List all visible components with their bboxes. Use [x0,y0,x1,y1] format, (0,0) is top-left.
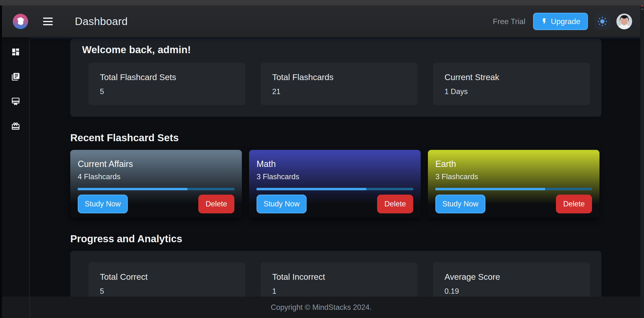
set-actions: Study Now Delete [435,195,592,213]
flashcard-set-card: Current Affairs 4 Flashcards Study Now D… [70,150,242,218]
sidebar-item-rewards[interactable] [9,120,22,132]
library-books-icon [11,72,20,81]
sidebar-item-dashboard[interactable] [9,46,22,58]
main-content: Welcome back, admin! Total Flashcard Set… [30,37,640,297]
stat-label: Total Flashcard Sets [100,72,234,82]
gift-icon [11,122,20,131]
stat-value: 5 [100,287,234,296]
sidebar [2,37,30,297]
set-progress-fill [78,188,188,190]
set-progress-fill [256,188,366,190]
stat-value: 1 Days [444,87,578,96]
menu-toggle-button[interactable] [43,17,53,25]
stat-value: 1 [272,287,406,296]
set-count: 3 Flashcards [256,172,413,181]
recent-sets-row: Current Affairs 4 Flashcards Study Now D… [70,150,640,218]
stat-value: 0.19 [444,287,578,296]
set-count: 3 Flashcards [435,172,592,181]
study-now-button[interactable]: Study Now [78,195,128,213]
stat-label: Current Streak [444,72,578,82]
sun-icon [597,16,608,26]
dashboard-grid-icon [11,47,20,56]
user-photo [616,13,632,29]
app-header: Dashboard Free Trial Upgrade [2,5,640,37]
footer: Copyright © MindStacks 2024. [2,297,640,318]
theme-toggle-button[interactable] [594,13,610,29]
upgrade-button[interactable]: Upgrade [533,13,588,30]
stat-card-total-incorrect: Total Incorrect 1 [261,263,418,297]
analytics-panel: Total Correct 5 Total Incorrect 1 Averag… [70,251,602,297]
delete-set-button[interactable]: Delete [556,195,592,213]
set-actions: Study Now Delete [256,195,413,213]
user-avatar[interactable] [616,13,632,29]
delete-set-button[interactable]: Delete [198,195,234,213]
card-membership-icon [11,97,20,106]
stat-label: Average Score [444,272,578,282]
app-logo[interactable] [13,14,28,29]
recent-sets-heading: Recent Flashcard Sets [70,132,640,144]
set-actions: Study Now Delete [78,195,234,213]
sidebar-divider [30,297,30,318]
set-title: Earth [435,159,592,169]
set-progress-bar [78,188,234,190]
flashcard-set-card: Math 3 Flashcards Study Now Delete [249,150,421,218]
analytics-heading: Progress and Analytics [70,233,640,245]
window-left-edge [0,5,2,318]
stat-label: Total Correct [100,272,234,282]
lightning-bolt-icon [541,18,548,25]
set-progress-fill [435,188,545,190]
study-now-button[interactable]: Study Now [435,195,486,213]
app-window: Dashboard Free Trial Upgrade [0,0,644,318]
set-count: 4 Flashcards [78,172,234,181]
stat-value: 5 [100,87,234,96]
copyright-text: Copyright © MindStacks 2024. [271,303,372,312]
mindstacks-cards-logo [13,14,28,29]
stat-card-total-sets: Total Flashcard Sets 5 [88,63,245,105]
welcome-panel: Welcome back, admin! Total Flashcard Set… [70,39,602,117]
page-title: Dashboard [75,15,128,27]
set-title: Current Affairs [78,159,234,169]
delete-set-button[interactable]: Delete [377,195,413,213]
stat-card-total-correct: Total Correct 5 [88,263,245,297]
scrollbar-track[interactable] [640,5,644,318]
scrollbar-mark [641,9,643,10]
sidebar-item-study[interactable] [9,96,22,107]
stat-card-total-flashcards: Total Flashcards 21 [261,63,418,105]
stat-label: Total Flashcards [272,72,406,82]
set-title: Math [256,159,413,169]
flashcard-set-card: Earth 3 Flashcards Study Now Delete [428,150,600,218]
upgrade-label: Upgrade [551,17,580,26]
plan-badge: Free Trial [493,17,525,26]
study-now-button[interactable]: Study Now [256,195,306,213]
welcome-stats-row: Total Flashcard Sets 5 Total Flashcards … [88,63,602,105]
welcome-heading: Welcome back, admin! [82,44,602,55]
set-progress-bar [435,188,592,190]
scrollbar-mark [641,5,643,6]
stat-card-average-score: Average Score 0.19 [433,263,590,297]
sidebar-item-flashcard-sets[interactable] [9,71,22,82]
stat-value: 21 [272,87,406,96]
content-top-divider [30,37,640,39]
stat-card-current-streak: Current Streak 1 Days [433,63,590,105]
set-progress-bar [256,188,413,190]
window-top-strip [0,0,644,5]
analytics-stats-row: Total Correct 5 Total Incorrect 1 Averag… [88,263,602,297]
stat-label: Total Incorrect [272,272,406,282]
